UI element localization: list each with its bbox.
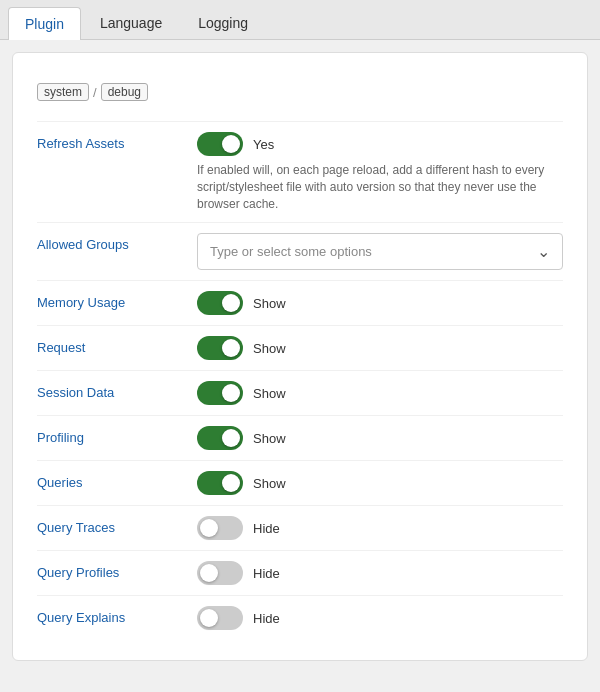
breadcrumb-sep: / — [93, 85, 97, 100]
setting-control-query-profiles: Hide — [197, 561, 563, 585]
toggle-value-label-profiling: Show — [253, 431, 286, 446]
setting-control-allowed-groups: Type or select some options⌄ — [197, 233, 563, 270]
setting-row-refresh-assets: Refresh AssetsYesIf enabled will, on eac… — [37, 121, 563, 222]
breadcrumb-tag-system: system — [37, 83, 89, 101]
toggle-row-refresh-assets: Yes — [197, 132, 563, 156]
app-container: PluginLanguageLogging system/debug Refre… — [0, 0, 600, 692]
setting-label-memory-usage: Memory Usage — [37, 291, 197, 310]
setting-label-profiling: Profiling — [37, 426, 197, 445]
setting-label-queries: Queries — [37, 471, 197, 490]
setting-hint-refresh-assets: If enabled will, on each page reload, ad… — [197, 162, 563, 212]
tab-logging[interactable]: Logging — [181, 6, 265, 39]
toggle-session-data[interactable] — [197, 381, 243, 405]
toggle-value-label-request: Show — [253, 341, 286, 356]
setting-control-query-traces: Hide — [197, 516, 563, 540]
toggle-query-profiles[interactable] — [197, 561, 243, 585]
toggle-query-explains[interactable] — [197, 606, 243, 630]
setting-control-query-explains: Hide — [197, 606, 563, 630]
setting-label-query-profiles: Query Profiles — [37, 561, 197, 580]
setting-control-session-data: Show — [197, 381, 563, 405]
setting-label-request: Request — [37, 336, 197, 355]
toggle-refresh-assets[interactable] — [197, 132, 243, 156]
setting-row-profiling: ProfilingShow — [37, 415, 563, 460]
setting-control-memory-usage: Show — [197, 291, 563, 315]
setting-row-query-profiles: Query ProfilesHide — [37, 550, 563, 595]
chevron-down-icon: ⌄ — [537, 242, 550, 261]
toggle-value-label-query-explains: Hide — [253, 611, 280, 626]
breadcrumb-tag-debug: debug — [101, 83, 148, 101]
setting-row-queries: QueriesShow — [37, 460, 563, 505]
toggle-row-query-traces: Hide — [197, 516, 563, 540]
tab-language[interactable]: Language — [83, 6, 179, 39]
tab-plugin[interactable]: Plugin — [8, 7, 81, 40]
settings-card: system/debug Refresh AssetsYesIf enabled… — [12, 52, 588, 661]
setting-control-refresh-assets: YesIf enabled will, on each page reload,… — [197, 132, 563, 212]
toggle-row-queries: Show — [197, 471, 563, 495]
toggle-value-label-memory-usage: Show — [253, 296, 286, 311]
setting-row-allowed-groups: Allowed GroupsType or select some option… — [37, 222, 563, 280]
setting-row-session-data: Session DataShow — [37, 370, 563, 415]
setting-control-profiling: Show — [197, 426, 563, 450]
toggle-value-label-query-profiles: Hide — [253, 566, 280, 581]
setting-label-query-explains: Query Explains — [37, 606, 197, 625]
toggle-row-session-data: Show — [197, 381, 563, 405]
toggle-row-profiling: Show — [197, 426, 563, 450]
tab-bar: PluginLanguageLogging — [0, 0, 600, 40]
setting-control-request: Show — [197, 336, 563, 360]
toggle-queries[interactable] — [197, 471, 243, 495]
settings-list: Refresh AssetsYesIf enabled will, on eac… — [37, 121, 563, 640]
toggle-request[interactable] — [197, 336, 243, 360]
toggle-query-traces[interactable] — [197, 516, 243, 540]
setting-row-memory-usage: Memory UsageShow — [37, 280, 563, 325]
toggle-value-label-session-data: Show — [253, 386, 286, 401]
breadcrumb: system/debug — [37, 83, 563, 101]
setting-control-queries: Show — [197, 471, 563, 495]
setting-row-request: RequestShow — [37, 325, 563, 370]
toggle-row-query-profiles: Hide — [197, 561, 563, 585]
setting-row-query-explains: Query ExplainsHide — [37, 595, 563, 640]
toggle-row-query-explains: Hide — [197, 606, 563, 630]
setting-label-allowed-groups: Allowed Groups — [37, 233, 197, 252]
dropdown-allowed-groups[interactable]: Type or select some options⌄ — [197, 233, 563, 270]
toggle-row-memory-usage: Show — [197, 291, 563, 315]
setting-label-session-data: Session Data — [37, 381, 197, 400]
toggle-value-label-queries: Show — [253, 476, 286, 491]
toggle-profiling[interactable] — [197, 426, 243, 450]
toggle-value-label-refresh-assets: Yes — [253, 137, 274, 152]
setting-label-query-traces: Query Traces — [37, 516, 197, 535]
setting-label-refresh-assets: Refresh Assets — [37, 132, 197, 151]
dropdown-placeholder-allowed-groups: Type or select some options — [210, 244, 372, 259]
setting-row-query-traces: Query TracesHide — [37, 505, 563, 550]
toggle-value-label-query-traces: Hide — [253, 521, 280, 536]
toggle-memory-usage[interactable] — [197, 291, 243, 315]
toggle-row-request: Show — [197, 336, 563, 360]
